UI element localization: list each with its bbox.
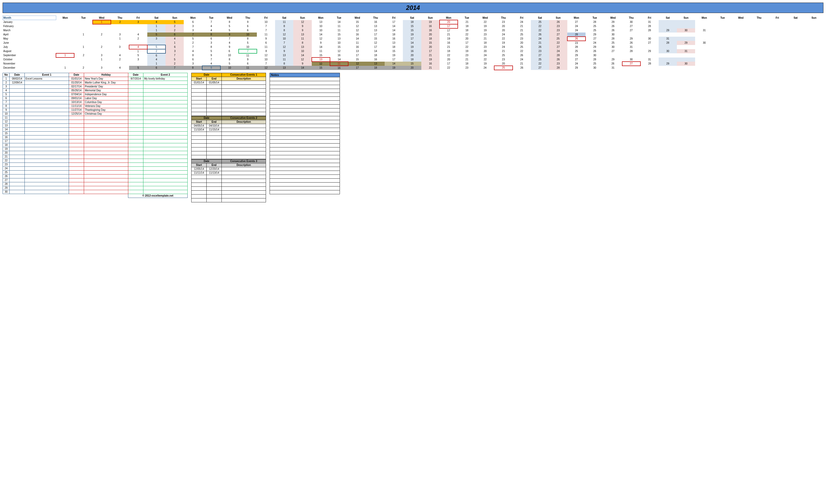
event-cell[interactable]: 28	[3, 182, 10, 186]
cons-cell[interactable]	[206, 179, 222, 183]
cons-cell[interactable]	[222, 179, 266, 183]
event-cell[interactable]	[128, 178, 143, 182]
event-cell[interactable]: 07/04/14	[69, 92, 84, 96]
event-cell[interactable]: 02/17/14	[69, 84, 84, 88]
event-cell[interactable]: 09/01/14	[69, 96, 84, 100]
event-cell[interactable]	[10, 143, 25, 147]
event-cell[interactable]	[69, 127, 84, 131]
cons-cell[interactable]	[206, 151, 222, 155]
event-cell[interactable]: 11/11/14	[69, 104, 84, 108]
notes-cell[interactable]	[270, 175, 340, 178]
event-cell[interactable]	[10, 151, 25, 155]
event-cell[interactable]	[25, 120, 69, 124]
cons-cell[interactable]: 01/05/14	[206, 81, 222, 84]
cons-cell[interactable]	[191, 132, 206, 135]
event-cell[interactable]	[25, 170, 69, 174]
cons-cell[interactable]	[206, 132, 222, 135]
cons-cell[interactable]	[222, 112, 266, 116]
event-cell[interactable]	[69, 139, 84, 143]
event-cell[interactable]	[143, 170, 188, 174]
event-cell[interactable]	[69, 151, 84, 155]
event-cell[interactable]	[84, 163, 128, 167]
event-cell[interactable]	[128, 96, 143, 100]
cons-cell[interactable]: 11/13/14	[206, 171, 222, 175]
event-cell[interactable]	[143, 108, 188, 112]
event-cell[interactable]: 1	[3, 77, 10, 81]
cons-cell[interactable]	[191, 135, 206, 139]
event-cell[interactable]: 8	[3, 104, 10, 108]
event-cell[interactable]	[128, 174, 143, 178]
cons-cell[interactable]	[191, 155, 206, 159]
event-cell[interactable]	[10, 116, 25, 120]
event-cell[interactable]: 2	[3, 81, 10, 84]
cons-cell[interactable]	[206, 92, 222, 96]
event-cell[interactable]	[128, 186, 143, 190]
event-cell[interactable]	[128, 167, 143, 170]
event-cell[interactable]	[143, 147, 188, 151]
event-cell[interactable]: 7	[3, 100, 10, 104]
event-cell[interactable]	[10, 104, 25, 108]
event-cell[interactable]	[128, 143, 143, 147]
event-cell[interactable]	[128, 151, 143, 155]
cons-cell[interactable]	[222, 84, 266, 88]
notes-cell[interactable]	[270, 116, 340, 120]
event-cell[interactable]	[10, 155, 25, 159]
event-cell[interactable]: 10/13/14	[69, 100, 84, 104]
event-cell[interactable]	[25, 151, 69, 155]
cons-cell[interactable]: 04/05/14	[191, 124, 206, 128]
event-cell[interactable]	[84, 178, 128, 182]
event-cell[interactable]: Columbus Day	[84, 100, 128, 104]
cons-cell[interactable]	[206, 147, 222, 151]
cons-cell[interactable]	[222, 175, 266, 179]
event-cell[interactable]	[143, 112, 188, 116]
cons-cell[interactable]	[222, 100, 266, 104]
event-cell[interactable]: Memorial Day	[84, 88, 128, 92]
cons-cell[interactable]	[206, 143, 222, 147]
notes-cell[interactable]	[270, 178, 340, 182]
cons-cell[interactable]	[206, 194, 222, 198]
event-cell[interactable]: 01/20/14	[69, 81, 84, 84]
event-cell[interactable]: 13	[3, 124, 10, 127]
event-cell[interactable]	[25, 96, 69, 100]
cons-cell[interactable]	[191, 84, 206, 88]
event-cell[interactable]	[128, 108, 143, 112]
event-cell[interactable]	[25, 116, 69, 120]
notes-cell[interactable]	[270, 128, 340, 132]
cons-cell[interactable]: 11/15/14	[206, 128, 222, 132]
cons-cell[interactable]	[191, 143, 206, 147]
cons-cell[interactable]	[222, 104, 266, 108]
cons-cell[interactable]	[206, 88, 222, 92]
event-cell[interactable]	[143, 163, 188, 167]
event-cell[interactable]	[84, 143, 128, 147]
cons-cell[interactable]	[222, 96, 266, 100]
event-cell[interactable]	[25, 104, 69, 108]
event-cell[interactable]	[128, 104, 143, 108]
event-cell[interactable]	[143, 131, 188, 135]
notes-cell[interactable]	[270, 135, 340, 139]
event-cell[interactable]: 23	[3, 163, 10, 167]
event-cell[interactable]: Veterans Day	[84, 104, 128, 108]
event-cell[interactable]	[84, 124, 128, 127]
cons-cell[interactable]	[206, 175, 222, 179]
event-cell[interactable]	[128, 170, 143, 174]
notes-cell[interactable]	[270, 112, 340, 116]
event-cell[interactable]	[69, 143, 84, 147]
event-cell[interactable]	[25, 124, 69, 127]
event-cell[interactable]	[69, 190, 84, 194]
cons-cell[interactable]	[222, 190, 266, 194]
cons-cell[interactable]	[222, 147, 266, 151]
event-cell[interactable]: 08/02/14	[10, 77, 25, 81]
cons-cell[interactable]	[191, 139, 206, 143]
cons-cell[interactable]	[206, 108, 222, 112]
event-cell[interactable]	[10, 124, 25, 127]
event-cell[interactable]	[128, 100, 143, 104]
event-cell[interactable]	[10, 92, 25, 96]
event-cell[interactable]	[69, 147, 84, 151]
cons-cell[interactable]	[222, 194, 266, 198]
notes-cell[interactable]	[270, 182, 340, 186]
cons-cell[interactable]	[222, 183, 266, 186]
event-cell[interactable]: 6	[3, 96, 10, 100]
cons-cell[interactable]	[206, 104, 222, 108]
event-cell[interactable]	[84, 167, 128, 170]
notes-cell[interactable]	[270, 139, 340, 143]
